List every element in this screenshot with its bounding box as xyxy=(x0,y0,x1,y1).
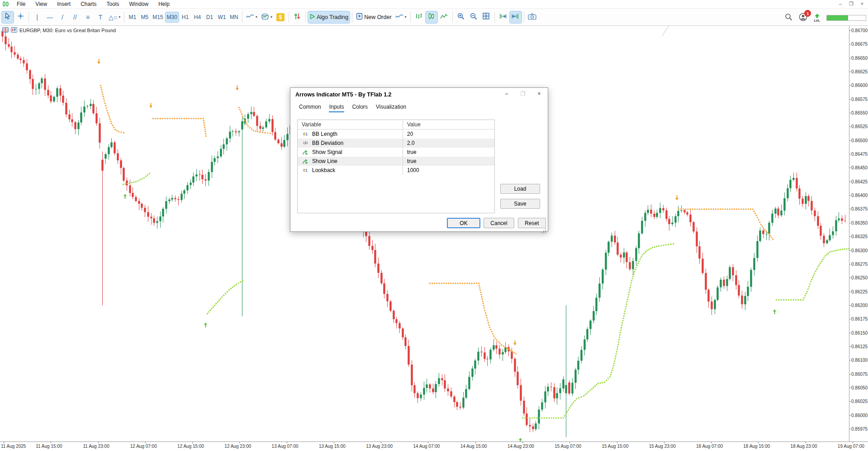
timeframe-m5[interactable]: M5 xyxy=(139,12,150,22)
bar-chart-mode-button[interactable] xyxy=(413,11,425,23)
timeframe-m30[interactable]: M30 xyxy=(166,12,179,22)
chart-shift-button[interactable] xyxy=(510,11,522,23)
time-label: 18 Aug 07:00 xyxy=(696,444,723,449)
dialog-maximize-button[interactable]: ❐ xyxy=(515,88,531,100)
chevron-down-icon: ▾ xyxy=(256,15,257,19)
cursor-tool[interactable] xyxy=(2,11,14,23)
zoom-out-button[interactable] xyxy=(468,11,479,23)
variable-value[interactable]: 2.0 xyxy=(403,139,494,148)
window-minimize-button[interactable]: – xyxy=(836,0,845,8)
vertical-line-tool[interactable]: | xyxy=(31,11,43,23)
price-tick xyxy=(849,278,851,278)
price-tick xyxy=(849,99,851,100)
main-toolbar: |—///≡T△○▾M1M5M15M30H1H4D1W1MN▾▾$Algo Tr… xyxy=(0,9,868,26)
save-button[interactable]: Save xyxy=(500,199,540,209)
menu-view[interactable]: View xyxy=(30,0,52,9)
time-label: 13 Aug 07:00 xyxy=(272,444,299,449)
timeframe-h4[interactable]: H4 xyxy=(192,12,203,22)
fibonacci-tool[interactable]: ≡ xyxy=(82,11,94,23)
candle-chart-mode-button[interactable] xyxy=(426,11,437,23)
algo-trading-button[interactable]: Algo Trading xyxy=(308,11,350,23)
timeframe-mn[interactable]: MN xyxy=(228,12,240,22)
dialog-close-button[interactable]: × xyxy=(531,88,547,100)
timeframe-m15[interactable]: M15 xyxy=(151,12,164,22)
time-tick xyxy=(51,442,51,443)
price-label: 0.86675 xyxy=(851,42,868,47)
dialog-resize-grip[interactable] xyxy=(545,229,546,230)
table-row[interactable]: Show Signaltrue xyxy=(298,148,494,157)
equidistant-channel-tool[interactable]: // xyxy=(69,11,81,23)
variable-value[interactable]: true xyxy=(403,157,494,166)
dialog-title: Arrows Indicator MT5 - By TFlab 1.2 xyxy=(295,91,392,98)
price-label: 0.86550 xyxy=(851,110,868,115)
tab-common[interactable]: Common xyxy=(296,102,324,112)
time-axis[interactable]: 11 Aug 202511 Aug 15:0011 Aug 23:0012 Au… xyxy=(0,441,868,451)
dialog-minimize-button[interactable]: – xyxy=(498,88,515,100)
chart-template-tool[interactable]: ▾ xyxy=(245,11,259,23)
time-tick xyxy=(853,442,853,443)
timeframe-w1[interactable]: W1 xyxy=(216,12,228,22)
indicators-tool[interactable]: ▾ xyxy=(260,11,274,23)
variable-value[interactable]: 20 xyxy=(403,130,494,139)
time-label: 19 Aug 07:00 xyxy=(838,444,864,449)
cancel-button[interactable]: Cancel xyxy=(484,218,514,228)
zoom-in-button[interactable] xyxy=(455,11,467,23)
variable-value[interactable]: 1000 xyxy=(403,166,494,175)
variable-value[interactable]: true xyxy=(403,148,494,157)
toolbar-separator xyxy=(452,12,453,23)
timeframe-d1[interactable]: D1 xyxy=(204,12,215,22)
new-order-button[interactable]: New Order xyxy=(355,11,393,23)
search-icon[interactable] xyxy=(785,13,792,23)
window-restore-button[interactable]: ❐ xyxy=(847,0,856,8)
menu-window[interactable]: Window xyxy=(124,0,154,9)
shapes-tool[interactable]: △○▾ xyxy=(107,11,122,23)
indicator-curve-tool[interactable]: ▾ xyxy=(394,11,408,23)
algo-trading-button-label: Algo Trading xyxy=(317,14,348,20)
time-label: 14 Aug 15:00 xyxy=(460,444,487,449)
toolbar-separator xyxy=(524,12,524,23)
indicator-icon xyxy=(261,13,269,22)
dialog-title-bar[interactable]: Arrows Indicator MT5 - By TFlab 1.2 – ❐ … xyxy=(290,88,548,101)
table-row[interactable]: 01BB Length20 xyxy=(298,130,494,139)
tab-inputs[interactable]: Inputs xyxy=(326,102,347,112)
load-button[interactable]: Load xyxy=(500,184,540,194)
account-cluster: 1 LVL xyxy=(785,10,868,25)
text-tool[interactable]: T xyxy=(95,11,106,23)
table-row[interactable]: 1/2BB Deviation2.0 xyxy=(298,139,494,148)
symbols-tool[interactable]: $ xyxy=(275,11,286,23)
menu-charts[interactable]: Charts xyxy=(76,0,101,9)
tile-windows-button[interactable] xyxy=(480,11,492,23)
screenshot-button[interactable] xyxy=(526,11,538,23)
variable-name: Lookback xyxy=(312,167,335,173)
window-close-button[interactable]: × xyxy=(858,0,867,8)
inputs-table: VariableValue01BB Length201/2BB Deviatio… xyxy=(297,120,495,213)
menu-file[interactable]: File xyxy=(12,0,30,9)
table-row[interactable]: Show Linetrue xyxy=(298,157,494,166)
time-label: 18 Aug 23:00 xyxy=(791,444,817,449)
crosshair-tool[interactable] xyxy=(14,11,26,23)
tab-colors[interactable]: Colors xyxy=(349,102,371,112)
auto-scroll-button[interactable] xyxy=(497,11,509,23)
price-label: 0.86125 xyxy=(851,344,868,349)
table-row[interactable]: 01Lookback1000 xyxy=(298,166,494,175)
price-label: 0.86275 xyxy=(851,261,868,266)
double-type-icon: 1/2 xyxy=(302,141,309,145)
trendline-tool[interactable]: / xyxy=(57,11,68,23)
timeframe-m1[interactable]: M1 xyxy=(127,12,138,22)
horizontal-line-tool[interactable]: — xyxy=(44,11,56,23)
play-icon xyxy=(309,13,315,21)
time-label: 12 Aug 23:00 xyxy=(224,444,251,449)
reset-button[interactable]: Reset xyxy=(518,218,546,228)
time-label: 11 Aug 15:00 xyxy=(36,444,62,449)
menu-help[interactable]: Help xyxy=(153,0,175,9)
line-chart-mode-button[interactable] xyxy=(438,11,450,23)
menu-tools[interactable]: Tools xyxy=(102,0,124,9)
price-axis[interactable]: 0.867000.866750.866500.866250.866000.865… xyxy=(849,26,868,441)
menu-insert[interactable]: Insert xyxy=(52,0,76,9)
timeframe-h1[interactable]: H1 xyxy=(180,12,191,22)
ok-button[interactable]: OK xyxy=(447,218,480,228)
price-label: 0.86300 xyxy=(851,248,868,253)
buy-sell-arrows-tool[interactable] xyxy=(291,11,303,23)
profile-icon[interactable]: 1 xyxy=(799,13,807,23)
tab-visualization[interactable]: Visualization xyxy=(373,102,409,112)
